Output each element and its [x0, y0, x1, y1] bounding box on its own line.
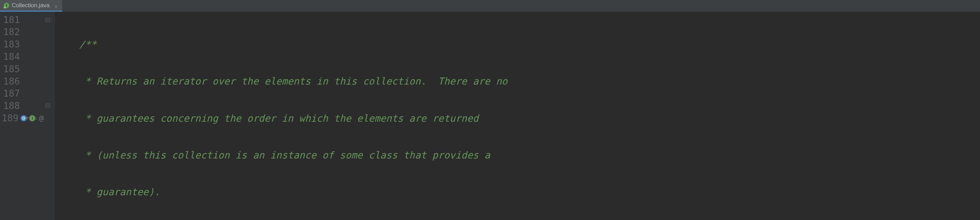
line-number: 183: [0, 38, 21, 51]
arrow-down-icon: ↓: [35, 115, 37, 121]
line-number: 189: [0, 112, 19, 124]
code-area[interactable]: /** * Returns an iterator over the eleme…: [55, 12, 980, 220]
gutter-method-markers[interactable]: O ↑ I ↓ @: [19, 113, 44, 123]
annotation-marker-icon[interactable]: @: [39, 113, 44, 123]
line-number: 185: [0, 63, 21, 75]
arrow-up-icon: ↑: [26, 115, 29, 121]
tab-filename: Collection.java: [12, 2, 50, 9]
line-number: 184: [0, 51, 21, 63]
line-number: 187: [0, 88, 21, 100]
file-tab-collection[interactable]: I Collection.java: [0, 0, 62, 12]
code-line: /**: [56, 38, 980, 51]
close-icon[interactable]: [54, 3, 59, 8]
code-line: * guarantees concerning the order in whi…: [56, 112, 980, 125]
fold-end-icon[interactable]: [45, 104, 51, 108]
svg-text:I: I: [6, 3, 7, 8]
tab-bar: I Collection.java: [0, 0, 980, 12]
line-number: 186: [0, 76, 21, 88]
java-interface-icon: I: [3, 2, 10, 9]
editor-area: 181 182 183 184 185 186 187 188 189 O ↑ …: [0, 12, 980, 220]
code-line: * (unless this collection is an instance…: [56, 149, 980, 161]
line-number: 181: [0, 14, 21, 26]
fold-collapse-icon[interactable]: [45, 18, 51, 22]
line-number: 188: [0, 100, 21, 112]
line-number: 182: [0, 26, 21, 38]
gutter: 181 182 183 184 185 186 187 188 189 O ↑ …: [0, 12, 55, 220]
code-line: * guarantee).: [56, 186, 980, 198]
code-line: * Returns an iterator over the elements …: [56, 75, 980, 88]
